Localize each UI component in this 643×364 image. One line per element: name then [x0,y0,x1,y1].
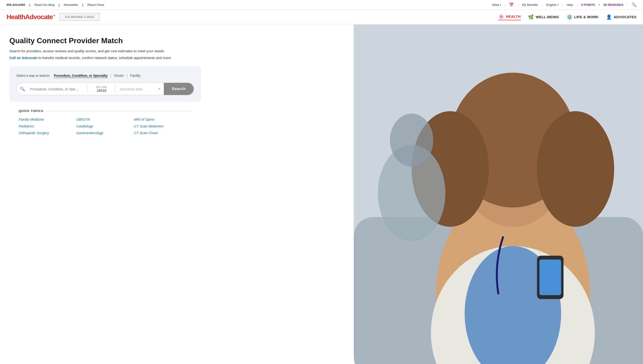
quick-topics-divider [47,111,191,111]
main-nav: HealthAdvocate™ CO-BRAND LOGO 🌸 HEALTH 🌿… [0,10,643,24]
site-logo[interactable]: HealthAdvocate™ [7,13,55,21]
svg-point-7 [537,111,614,227]
call-advocate-link[interactable]: Call an Advocate [9,56,37,60]
hero-image [354,24,643,364]
blog-link[interactable]: Read Our Blog [34,3,55,6]
hero-section: Quality Connect Provider Match Search fo… [0,24,643,364]
nav-label-lifework: LIFE & WORK [574,15,599,19]
search-button[interactable]: Search [164,82,194,95]
wellbeing-icon: 🌿 [528,14,534,20]
quick-topics: QUICK TOPICS Family MedicineOB/GYNMRI of… [9,102,201,142]
quick-topic-gastro[interactable]: Gastroenterology [76,131,134,135]
logo-name: HealthAdvocate [7,13,53,20]
language-label: English [546,3,556,6]
insurance-area: Insurance plan + [116,86,164,92]
quick-topic-ob-gyn[interactable]: OB/GYN [76,117,134,121]
tab-doctor[interactable]: Doctor [114,73,124,78]
tab-facility[interactable]: Facility [130,73,141,78]
divider-8: | [577,3,577,6]
search-tabs: Select a way to search: Procedure, Condi… [16,73,194,78]
nav-item-lifework[interactable]: ⚙️ LIFE & WORK [567,14,599,20]
quick-topics-header: QUICK TOPICS [19,109,191,113]
search-container: Select a way to search: Procedure, Condi… [9,66,201,102]
nav-item-wellbeing[interactable]: 🌿 WELL-BEING [528,14,559,20]
search-divider-2 [115,85,115,93]
nav-label-wellbeing: WELL-BEING [536,15,559,19]
hero-cta-text: Call an Advocate to transfer medical rec… [9,56,344,60]
divider-7: | [562,3,563,6]
top-bar-left: 855.424.6400 | Read Our Blog | Newslette… [7,3,104,6]
top-bar-right: Maia ▾ | 📅 | My Benefits | English ▾ | H… [492,2,636,7]
hero-image-placeholder [354,24,643,364]
phone-number: 855.424.6400 [7,3,25,6]
chevron-down-icon: ▾ [500,4,501,6]
quick-topics-grid: Family MedicineOB/GYNMRI of SpinePediatr… [19,117,191,135]
top-bar: 855.424.6400 | Read Our Blog | Newslette… [0,0,643,10]
user-name: Maia [492,3,499,6]
dot-separator: • [599,3,600,6]
nav-links: 🌸 HEALTH 🌿 WELL-BEING ⚙️ LIFE & WORK 👤 A… [498,14,636,20]
zip-value[interactable]: 19016 [97,88,106,92]
tab-divider-1: | [110,74,111,78]
quick-topic-pediatrics[interactable]: Pediatrics [19,124,76,128]
divider-5: | [518,3,518,6]
divider-3: | [82,3,83,6]
search-icon[interactable]: 🔍 [631,2,636,7]
insurance-placeholder: Insurance plan [120,87,156,91]
search-bar: 🔍 ZIP Code 19016 Insurance plan + Search [16,82,194,95]
my-benefits-link[interactable]: My Benefits [522,3,538,6]
lang-chevron-icon: ▾ [557,4,558,6]
hero-cta-rest: to transfer medical records, confirm net… [37,56,171,60]
co-brand-logo: CO-BRAND LOGO [60,13,100,21]
tab-divider-2: | [127,74,128,78]
plus-icon[interactable]: + [158,86,161,92]
divider-2: | [59,3,60,6]
logo-area: HealthAdvocate™ CO-BRAND LOGO [7,13,100,21]
hero-content: Quality Connect Provider Match Search fo… [0,24,354,364]
quick-topic-ct-abdomen[interactable]: CT Scan Abdomen [134,124,191,128]
health-icon: 🌸 [498,14,504,19]
quick-topic-mri-spine[interactable]: MRI of Spine [134,117,191,121]
divider-1: | [30,3,30,6]
search-bar-icon: 🔍 [17,86,28,92]
svg-point-13 [390,114,433,166]
return-pass-link[interactable]: Return Pass [87,3,104,6]
quick-topics-title: QUICK TOPICS [19,109,44,113]
newsletter-link[interactable]: Newsletter [64,3,78,6]
points-badge: 0 POINTS [581,3,595,6]
search-divider [87,85,88,93]
quick-topic-orthopedic[interactable]: Orthopedic Surgery [19,131,76,135]
search-input[interactable] [28,87,86,91]
user-dropdown[interactable]: Maia ▾ [492,3,501,6]
zip-label: ZIP Code [96,86,107,88]
hero-subtitle: Search for providers, access reviews and… [9,48,344,54]
lifework-icon: ⚙️ [567,14,573,20]
logo-tm: ™ [53,14,55,17]
zip-block: ZIP Code 19016 [89,86,114,92]
advocates-icon: 👤 [606,14,612,20]
tab-procedure[interactable]: Procedure, Condition, or Specialty [54,73,107,78]
divider-9: | [627,3,628,6]
quick-topic-family-medicine[interactable]: Family Medicine [19,117,76,121]
quick-topic-ct-chest[interactable]: CT Scan Chest [134,131,191,135]
nav-label-advocates: ADVOCATES [613,15,636,19]
hero-title: Quality Connect Provider Match [9,36,344,45]
divider-6: | [542,3,543,6]
nav-label-health: HEALTH [506,14,521,18]
search-tabs-label: Select a way to search: [16,74,50,78]
nav-item-advocates[interactable]: 👤 ADVOCATES [606,14,636,20]
calendar-icon[interactable]: 📅 [509,2,514,7]
help-link[interactable]: Help [567,3,573,6]
nav-item-health[interactable]: 🌸 HEALTH [498,14,521,20]
rewards-badge: $0 REWARDS [603,3,623,6]
language-dropdown[interactable]: English ▾ [546,3,558,6]
quick-topic-cardiology[interactable]: Cardiology [76,124,134,128]
svg-rect-11 [539,260,561,295]
divider-4: | [505,3,505,6]
